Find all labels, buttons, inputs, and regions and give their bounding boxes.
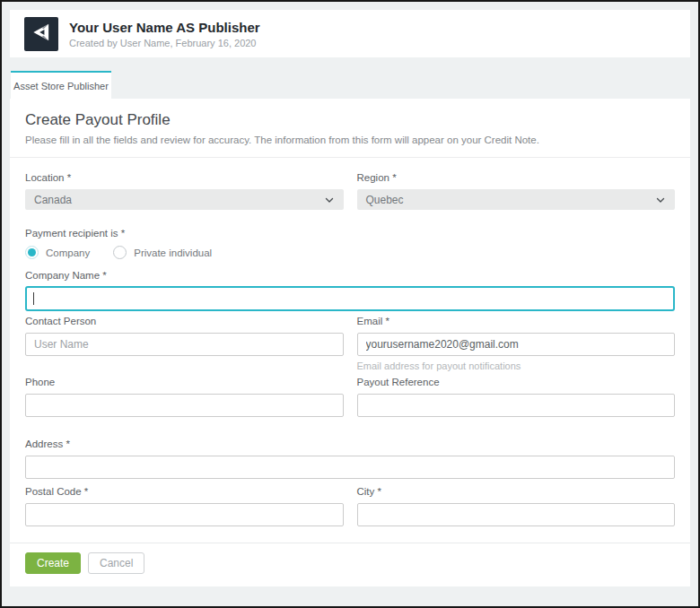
publisher-subtitle: Created by User Name, February 16, 2020 [69, 38, 260, 48]
content-panel: Create Payout Profile Please fill in all… [10, 99, 690, 586]
postal-code-label: Postal Code * [25, 486, 344, 497]
location-label: Location * [25, 172, 344, 183]
page-description: Please fill in all the fields and review… [25, 135, 675, 145]
region-value: Quebec [366, 194, 656, 206]
company-name-field: Company Name * [25, 270, 675, 311]
city-input[interactable] [357, 503, 676, 526]
recipient-label: Payment recipient is * [25, 228, 675, 239]
email-helper-text: Email address for payout notifications [357, 360, 676, 371]
page-title: Create Payout Profile [25, 111, 675, 129]
radio-unselected-icon [113, 246, 127, 259]
form-footer: Create Cancel [10, 543, 690, 586]
tab-bar: Asset Store Publisher [11, 71, 690, 99]
unity-cube-icon [30, 21, 53, 48]
email-label: Email * [357, 316, 676, 326]
title-section: Create Payout Profile Please fill in all… [10, 99, 690, 158]
chevron-down-icon [655, 195, 666, 205]
radio-company[interactable]: Company [25, 246, 90, 259]
city-label: City * [357, 486, 676, 497]
cancel-button[interactable]: Cancel [88, 552, 144, 574]
company-name-input[interactable] [25, 286, 675, 311]
location-select[interactable]: Canada [25, 189, 344, 210]
radio-selected-icon [25, 246, 39, 259]
unity-logo [24, 17, 58, 51]
address-label: Address * [25, 439, 675, 449]
publisher-header: Your User Name AS Publisher Created by U… [10, 10, 690, 57]
address-field: Address * [25, 439, 675, 479]
payout-profile-form: Location * Canada Region * Quebec [10, 158, 690, 526]
location-value: Canada [34, 194, 324, 206]
publisher-title: Your User Name AS Publisher [69, 20, 260, 36]
region-select[interactable]: Quebec [357, 189, 676, 210]
company-name-label: Company Name * [25, 270, 675, 281]
chevron-down-icon [324, 195, 335, 205]
email-input[interactable] [357, 333, 676, 356]
phone-label: Phone [25, 377, 344, 387]
app-window: Your User Name AS Publisher Created by U… [0, 0, 700, 608]
region-label: Region * [357, 172, 676, 183]
create-button[interactable]: Create [25, 552, 81, 574]
contact-person-label: Contact Person [25, 316, 344, 326]
radio-private-individual[interactable]: Private individual [113, 246, 212, 259]
address-input[interactable] [25, 456, 675, 479]
text-cursor [33, 292, 34, 305]
tab-label: Asset Store Publisher [13, 81, 109, 91]
contact-person-input[interactable] [25, 333, 344, 356]
phone-input[interactable] [25, 394, 344, 417]
radio-private-individual-label: Private individual [134, 248, 212, 258]
postal-code-input[interactable] [25, 503, 344, 526]
payout-reference-label: Payout Reference [357, 377, 676, 387]
recipient-field: Payment recipient is * Company Private i… [25, 228, 675, 259]
tab-asset-store-publisher[interactable]: Asset Store Publisher [11, 71, 111, 99]
radio-company-label: Company [46, 248, 90, 258]
payout-reference-input[interactable] [357, 394, 676, 417]
